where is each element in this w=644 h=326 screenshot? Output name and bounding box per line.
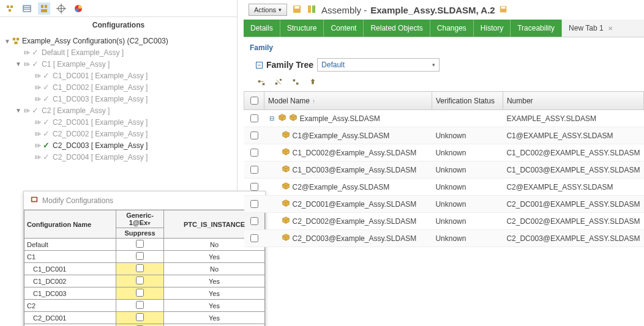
config-row[interactable]: C1Yes: [24, 251, 265, 263]
tab-related-objects[interactable]: Related Objects: [364, 20, 430, 37]
table-row[interactable]: C1@Example_Assy.SLDASMUnknownC1@EXAMPLE_…: [244, 127, 644, 144]
row-checkbox[interactable]: [250, 166, 258, 174]
icon-display-pane[interactable]: [21, 2, 33, 15]
suppress-checkbox[interactable]: [136, 252, 144, 260]
col-verification[interactable]: Verification Status: [432, 92, 503, 110]
config-row[interactable]: C2_DC001Yes: [24, 312, 265, 324]
config-row[interactable]: C2Yes: [24, 300, 265, 312]
suppress-checkbox[interactable]: [136, 264, 144, 272]
actions-button[interactable]: Actions ▾: [249, 4, 287, 16]
col-number[interactable]: Number: [503, 92, 643, 110]
suppress-checkbox[interactable]: [136, 289, 144, 297]
table-row[interactable]: C2@Example_Assy.SLDASMUnknownC2@EXAMPLE_…: [244, 179, 644, 196]
suppress-cell[interactable]: [116, 312, 164, 324]
row-checkbox[interactable]: [250, 200, 258, 208]
suppress-cell[interactable]: [116, 324, 164, 327]
row-checkbox-cell[interactable]: [244, 110, 264, 127]
tree-toggle-icon[interactable]: ▼: [4, 38, 11, 45]
col-suppress[interactable]: Suppress: [116, 228, 164, 239]
table-row[interactable]: C1_DC002@Example_Assy.SLDASMUnknownC1_DC…: [244, 144, 644, 161]
check-icon: ✓: [43, 117, 51, 127]
disk-icon[interactable]: [292, 4, 302, 16]
assembly-icon: [282, 199, 290, 209]
tab-new[interactable]: New Tab 1 ✕: [562, 20, 620, 37]
table-row[interactable]: C2_DC003@Example_Assy.SLDASMUnknownC2_DC…: [244, 230, 644, 247]
tab-history[interactable]: History: [474, 20, 511, 37]
icon-configurations-tab[interactable]: [38, 2, 50, 15]
tree-node[interactable]: ✓C2_DC004 [ Example_Assy ]: [1, 151, 236, 163]
table-row[interactable]: C1_DC003@Example_Assy.SLDASMUnknownC1_DC…: [244, 161, 644, 179]
tab-content[interactable]: Content: [324, 20, 364, 37]
verification-cell: Unknown: [432, 144, 503, 161]
col-config-name[interactable]: Configuration Name: [24, 210, 116, 239]
row-checkbox-cell[interactable]: [244, 179, 264, 196]
dialog-title-bar: Modify Configurations: [24, 191, 265, 210]
tree-toggle-icon[interactable]: ▼: [15, 107, 22, 114]
dropdown-icon[interactable]: ▾: [148, 220, 151, 226]
select-all-checkbox[interactable]: [250, 97, 258, 105]
suppress-checkbox[interactable]: [136, 276, 144, 284]
row-checkbox-cell[interactable]: [244, 230, 264, 247]
suppress-checkbox[interactable]: [136, 240, 144, 248]
row-checkbox[interactable]: [250, 234, 258, 242]
suppress-cell[interactable]: [116, 287, 164, 300]
toolbar-btn-3[interactable]: [290, 76, 301, 87]
compare-icon[interactable]: [307, 4, 316, 16]
suppress-checkbox[interactable]: [136, 313, 144, 321]
row-checkbox[interactable]: [250, 114, 258, 122]
tree-node[interactable]: ▼✓C2 [ Example_Assy ]: [1, 105, 236, 116]
row-checkbox[interactable]: [250, 149, 258, 157]
suppress-cell[interactable]: [116, 300, 164, 312]
tree-node[interactable]: ▼✓C1 [ Example_Assy ]: [1, 58, 236, 70]
toolbar-btn-1[interactable]: [256, 76, 267, 87]
row-checkbox-cell[interactable]: [244, 196, 264, 213]
expand-icon[interactable]: ⊟: [268, 115, 275, 122]
suppress-cell[interactable]: [116, 251, 164, 263]
tab-changes[interactable]: Changes: [430, 20, 474, 37]
tree-node[interactable]: ✓C2_DC001 [ Example_Assy ]: [1, 116, 236, 128]
toolbar-btn-2[interactable]: [273, 76, 284, 87]
row-checkbox-cell[interactable]: [244, 213, 264, 230]
tree-node[interactable]: ✓C2_DC002 [ Example_Assy ]: [1, 128, 236, 139]
config-row[interactable]: DefaultNo: [24, 239, 265, 251]
row-checkbox-cell[interactable]: [244, 161, 264, 179]
row-checkbox[interactable]: [250, 132, 258, 139]
icon-target[interactable]: [55, 2, 67, 15]
col-model-name[interactable]: Model Name↑: [264, 92, 432, 110]
toolbar-btn-4[interactable]: [307, 76, 318, 87]
tree-node[interactable]: ✓C1_DC002 [ Example_Assy ]: [1, 81, 236, 93]
config-row[interactable]: C2_DC002Yes: [24, 324, 265, 327]
tree-node[interactable]: ✓C2_DC003 [ Example_Assy ]: [1, 139, 236, 151]
tree-node[interactable]: ✓Default [ Example_Assy ]: [1, 46, 236, 58]
tree-node[interactable]: ✓C1_DC001 [ Example_Assy ]: [1, 70, 236, 81]
family-tree-select[interactable]: Default ▾: [317, 58, 440, 72]
close-icon[interactable]: ✕: [608, 25, 613, 32]
config-row[interactable]: C1_DC002Yes: [24, 275, 265, 287]
collapse-icon[interactable]: −: [256, 62, 263, 69]
tab-traceability[interactable]: Traceability: [511, 20, 562, 37]
config-row[interactable]: C1_DC003Yes: [24, 287, 265, 300]
disk-small-icon: [499, 5, 507, 15]
col-checkbox[interactable]: [244, 92, 264, 110]
suppress-cell[interactable]: [116, 263, 164, 275]
suppress-checkbox[interactable]: [136, 301, 144, 309]
tab-details[interactable]: Details: [244, 20, 280, 37]
row-checkbox[interactable]: [250, 183, 258, 191]
tree-node[interactable]: ✓C1_DC003 [ Example_Assy ]: [1, 93, 236, 105]
table-row[interactable]: C2_DC002@Example_Assy.SLDASMUnknownC2_DC…: [244, 213, 644, 230]
row-checkbox-cell[interactable]: [244, 144, 264, 161]
suppress-cell[interactable]: [116, 275, 164, 287]
row-checkbox-cell[interactable]: [244, 127, 264, 144]
config-row[interactable]: C1_DC001No: [24, 263, 265, 275]
tree-root[interactable]: ▼ Example_Assy Configuration(s) (C2_DC00…: [1, 35, 236, 46]
table-row[interactable]: ⊟Example_Assy.SLDASMEXAMPLE_ASSY.SLDASM: [244, 110, 644, 127]
suppress-cell[interactable]: [116, 239, 164, 251]
icon-appearance[interactable]: [72, 2, 84, 15]
tree-toggle-icon[interactable]: ▼: [15, 61, 22, 67]
icon-exploded-view[interactable]: [4, 2, 16, 15]
model-name-text: C2@Example_Assy.SLDASM: [293, 183, 390, 191]
col-generic[interactable]: Generic-1@Ex▾: [116, 210, 164, 228]
row-checkbox[interactable]: [250, 217, 258, 225]
table-row[interactable]: C2_DC001@Example_Assy.SLDASMUnknownC2_DC…: [244, 196, 644, 213]
tab-structure[interactable]: Structure: [280, 20, 324, 37]
